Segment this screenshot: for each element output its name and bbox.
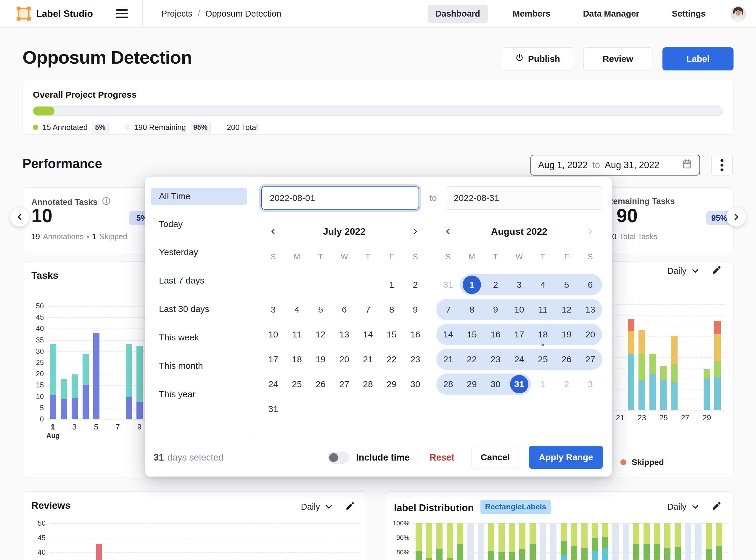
- nav-item-dashboard[interactable]: Dashboard: [428, 5, 488, 23]
- calendar-day[interactable]: 8: [460, 297, 484, 322]
- calendar-day[interactable]: 27: [333, 372, 356, 397]
- august-next-month-button-disabled[interactable]: [584, 225, 596, 237]
- calendar-day[interactable]: 31: [261, 397, 285, 421]
- review-button[interactable]: Review: [583, 47, 652, 71]
- calendar-day[interactable]: 2: [403, 272, 427, 297]
- calendar-day[interactable]: 3: [508, 272, 531, 297]
- calendar-day[interactable]: 6: [578, 272, 602, 297]
- calendar-day[interactable]: 29: [460, 372, 484, 397]
- carousel-prev-button[interactable]: [10, 207, 29, 227]
- calendar-day[interactable]: 19: [309, 347, 333, 372]
- calendar-day[interactable]: 2: [484, 272, 508, 297]
- hamburger-menu-icon[interactable]: [116, 9, 128, 20]
- calendar-day[interactable]: 22: [380, 347, 403, 372]
- calendar-day[interactable]: 12: [309, 322, 333, 347]
- calendar-day[interactable]: 10: [261, 322, 285, 347]
- calendar-day[interactable]: 15: [380, 322, 403, 347]
- nav-item-settings[interactable]: Settings: [664, 5, 713, 23]
- calendar-day[interactable]: 15: [460, 322, 484, 347]
- calendar-day[interactable]: 31: [508, 372, 531, 397]
- calendar-day[interactable]: 21: [436, 347, 460, 372]
- calendar-day[interactable]: 23: [484, 347, 508, 372]
- calendar-day[interactable]: 7: [436, 297, 460, 322]
- start-date-input[interactable]: 2022-08-01: [261, 186, 419, 209]
- info-icon[interactable]: [102, 197, 111, 207]
- calendar-day[interactable]: 22: [460, 347, 484, 372]
- calendar-day[interactable]: 18: [531, 322, 555, 347]
- calendar-day[interactable]: 8: [380, 297, 403, 322]
- calendar-day[interactable]: 3: [261, 297, 285, 322]
- july-prev-month-button[interactable]: [267, 225, 279, 237]
- calendar-day[interactable]: 1: [531, 372, 555, 397]
- user-avatar[interactable]: [731, 6, 746, 22]
- include-time-toggle[interactable]: [328, 452, 349, 463]
- calendar-day[interactable]: 4: [285, 297, 309, 322]
- nav-item-members[interactable]: Members: [505, 5, 558, 23]
- preset-last-7-days[interactable]: Last 7 days: [151, 272, 247, 289]
- breadcrumb-projects[interactable]: Projects: [161, 9, 193, 19]
- carousel-next-button[interactable]: [727, 207, 746, 227]
- calendar-day[interactable]: 25: [531, 347, 555, 372]
- calendar-day[interactable]: 31: [436, 272, 460, 297]
- calendar-day[interactable]: 14: [356, 322, 380, 347]
- calendar-day[interactable]: 26: [309, 372, 333, 397]
- calendar-day[interactable]: 5: [309, 297, 333, 322]
- calendar-day[interactable]: 28: [436, 372, 460, 397]
- july-next-month-button[interactable]: [410, 225, 421, 237]
- calendar-day[interactable]: 20: [578, 322, 602, 347]
- preset-this-month[interactable]: This month: [151, 357, 247, 375]
- calendar-day[interactable]: 11: [531, 297, 555, 322]
- calendar-day[interactable]: 1: [460, 272, 484, 297]
- august-prev-month-button[interactable]: [442, 225, 454, 237]
- calendar-day[interactable]: 21: [356, 347, 380, 372]
- more-options-button[interactable]: [711, 155, 733, 176]
- calendar-day[interactable]: 13: [578, 297, 602, 322]
- calendar-day[interactable]: 1: [380, 272, 403, 297]
- date-range-button[interactable]: Aug 1, 2022 to Aug 31, 2022: [531, 155, 700, 176]
- apply-range-button[interactable]: Apply Range: [529, 446, 603, 469]
- calendar-day[interactable]: 26: [555, 347, 578, 372]
- calendar-day[interactable]: 11: [285, 322, 309, 347]
- calendar-day[interactable]: 2: [555, 372, 578, 397]
- calendar-day[interactable]: 25: [285, 372, 309, 397]
- calendar-day[interactable]: 16: [403, 322, 427, 347]
- calendar-day[interactable]: 18: [285, 347, 309, 372]
- label-button[interactable]: Label: [662, 47, 734, 71]
- calendar-day[interactable]: 9: [484, 297, 508, 322]
- preset-last-30-days[interactable]: Last 30 days: [151, 300, 247, 318]
- nav-item-data-manager[interactable]: Data Manager: [575, 5, 647, 23]
- calendar-day[interactable]: 29: [380, 372, 403, 397]
- calendar-day[interactable]: 17: [261, 347, 285, 372]
- calendar-day[interactable]: 17: [508, 322, 531, 347]
- publish-button[interactable]: Publish: [502, 47, 573, 71]
- preset-this-year[interactable]: This year: [151, 386, 247, 403]
- preset-all-time[interactable]: All Time: [151, 188, 247, 205]
- calendar-day[interactable]: 6: [333, 297, 356, 322]
- calendar-day[interactable]: 30: [403, 372, 427, 397]
- calendar-day[interactable]: 30: [484, 372, 508, 397]
- cancel-button[interactable]: Cancel: [472, 446, 519, 469]
- calendar-day[interactable]: 14: [436, 322, 460, 347]
- calendar-day[interactable]: 12: [555, 297, 578, 322]
- preset-yesterday[interactable]: Yesterday: [151, 244, 247, 261]
- calendar-day[interactable]: 19: [555, 322, 578, 347]
- calendar-day[interactable]: 10: [508, 297, 531, 322]
- calendar-day[interactable]: 9: [403, 297, 427, 322]
- calendar-day[interactable]: 3: [578, 372, 602, 397]
- calendar-day[interactable]: 27: [578, 347, 602, 372]
- calendar-day[interactable]: 4: [531, 272, 555, 297]
- end-date-input[interactable]: 2022-08-31: [446, 186, 602, 209]
- calendar-day[interactable]: 28: [356, 372, 380, 397]
- annotations-granularity-dropdown[interactable]: Daily: [668, 266, 699, 276]
- calendar-day[interactable]: 20: [333, 347, 356, 372]
- preset-this-week[interactable]: This week: [151, 329, 247, 346]
- calendar-day[interactable]: 16: [484, 322, 508, 347]
- calendar-day[interactable]: 24: [261, 372, 285, 397]
- preset-today[interactable]: Today: [151, 216, 247, 233]
- calendar-day[interactable]: 5: [555, 272, 578, 297]
- calendar-day[interactable]: 13: [333, 322, 356, 347]
- edit-pencil-icon[interactable]: [711, 265, 721, 277]
- reset-link[interactable]: Reset: [430, 438, 454, 477]
- calendar-day[interactable]: 23: [403, 347, 427, 372]
- calendar-day[interactable]: 24: [508, 347, 531, 372]
